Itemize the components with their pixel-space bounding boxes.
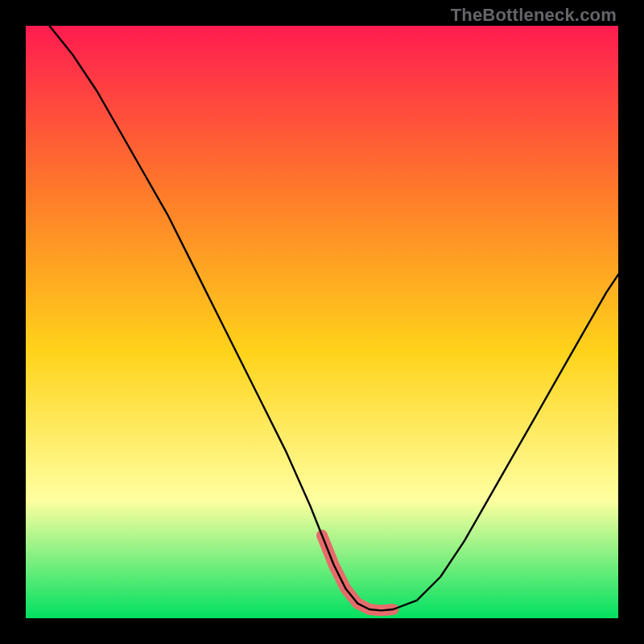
plot-area [26, 26, 618, 618]
gradient-background [26, 26, 618, 618]
chart-frame: TheBottleneck.com [0, 0, 644, 644]
bottleneck-chart [26, 26, 618, 618]
watermark-text: TheBottleneck.com [451, 5, 617, 26]
